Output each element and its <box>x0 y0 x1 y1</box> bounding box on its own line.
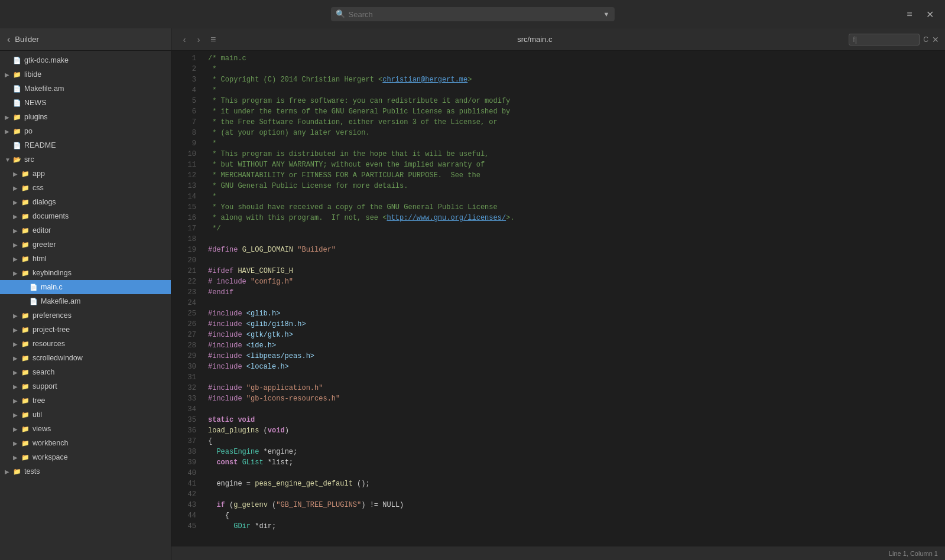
arrow-icon: ▶ <box>13 327 21 333</box>
tree-item-label: workbench <box>33 439 68 447</box>
tree-item-label: greeter <box>33 240 56 249</box>
arrow-icon: ▶ <box>5 114 13 121</box>
tree-item-label: css <box>33 184 44 192</box>
folder-icon: 📁 <box>13 113 21 121</box>
arrow-icon: ▶ <box>13 383 21 390</box>
tree-item-label: keybindings <box>33 269 72 277</box>
arrow-icon: ▶ <box>13 426 21 432</box>
tree-item-libide[interactable]: ▶ 📁 libide <box>0 67 171 82</box>
tree-item-app[interactable]: ▶ 📁 app <box>0 167 171 181</box>
tree-item-util[interactable]: ▶ 📁 util <box>0 408 171 422</box>
tree-item-label: documents <box>33 212 69 220</box>
tree-item-preferences[interactable]: ▶ 📁 preferences <box>0 308 171 323</box>
folder-icon: 📁 <box>21 369 30 376</box>
search-dropdown-button[interactable]: ▼ <box>603 11 610 18</box>
arrow-icon: ▶ <box>13 213 21 220</box>
tree-item-workbench[interactable]: ▶ 📁 workbench <box>0 436 171 450</box>
editor-header: ‹ › ≡ src/main.c C ✕ <box>171 28 945 51</box>
arrow-icon: ▶ <box>13 412 21 418</box>
folder-icon: 📁 <box>21 227 30 235</box>
tree-item-label: main.c <box>41 283 63 291</box>
tree-item-label: project-tree <box>33 325 70 334</box>
tree-item-makefile-am-src[interactable]: 📄 Makefile.am <box>0 294 171 308</box>
editor-menu-button[interactable]: ≡ <box>210 34 216 45</box>
arrow-icon <box>5 100 13 106</box>
tree-item-label: preferences <box>33 311 72 320</box>
folder-icon: 📁 <box>21 411 30 419</box>
tree-item-label: NEWS <box>24 99 47 107</box>
close-window-button[interactable]: ✕ <box>921 6 938 22</box>
folder-icon: 📁 <box>13 468 21 476</box>
editor-back-button[interactable]: ‹ <box>177 35 191 44</box>
tree-item-keybindings[interactable]: ▶ 📁 keybindings <box>0 266 171 280</box>
hamburger-button[interactable]: ≡ <box>901 6 918 22</box>
tree-item-news[interactable]: 📄 NEWS <box>0 96 171 110</box>
tree-item-editor[interactable]: ▶ 📁 editor <box>0 223 171 237</box>
tree-item-documents[interactable]: ▶ 📁 documents <box>0 209 171 223</box>
tree-item-label: search <box>33 368 55 376</box>
arrow-icon: ▶ <box>13 185 21 191</box>
tree-item-label: util <box>33 411 42 419</box>
tree-item-html[interactable]: ▶ 📁 html <box>0 252 171 266</box>
tree-item-greeter[interactable]: ▶ 📁 greeter <box>0 237 171 252</box>
arrow-icon <box>21 298 30 305</box>
arrow-icon: ▶ <box>13 227 21 234</box>
tree-item-tests[interactable]: ▶ 📁 tests <box>0 464 171 478</box>
status-bar: Line 1, Column 1 <box>171 546 945 560</box>
global-search-bar[interactable]: 🔍 ▼ <box>331 7 615 21</box>
file-icon: 📄 <box>13 57 21 64</box>
folder-icon: 📁 <box>21 439 30 447</box>
tree-item-search[interactable]: ▶ 📁 search <box>0 365 171 379</box>
global-search-input[interactable] <box>349 10 603 19</box>
main-layout: ‹ Builder 📄 gtk-doc.make ▶ 📁 libide 📄 Ma… <box>0 28 945 560</box>
arrow-icon: ▶ <box>13 312 21 319</box>
tree-item-label: tree <box>33 396 46 405</box>
tree-item-css[interactable]: ▶ 📁 css <box>0 181 171 195</box>
tree-item-makefile-am[interactable]: 📄 Makefile.am <box>0 82 171 96</box>
arrow-icon <box>5 86 13 92</box>
tree-item-label: po <box>24 127 33 135</box>
tree-item-project-tree[interactable]: ▶ 📁 project-tree <box>0 323 171 337</box>
code-content[interactable]: /* main.c * * Copyright (C) 2014 Christi… <box>201 51 945 546</box>
search-icon: 🔍 <box>336 9 345 19</box>
arrow-icon: ▶ <box>13 242 21 248</box>
titlebar: 🔍 ▼ ≡ ✕ <box>0 0 945 28</box>
folder-icon: 📁 <box>21 255 30 263</box>
tree-item-scrolledwindow[interactable]: ▶ 📁 scrolledwindow <box>0 351 171 365</box>
tree-item-main-c[interactable]: 📄 main.c <box>0 280 171 294</box>
editor-search-input[interactable] <box>849 34 920 45</box>
tree-item-resources[interactable]: ▶ 📁 resources <box>0 337 171 351</box>
tree-item-support[interactable]: ▶ 📁 support <box>0 379 171 393</box>
sidebar-header: ‹ Builder <box>0 28 171 51</box>
arrow-icon: ▶ <box>13 355 21 362</box>
tree-item-label: html <box>33 255 47 263</box>
tree-item-views[interactable]: ▶ 📁 views <box>0 422 171 436</box>
arrow-icon: ▶ <box>13 270 21 276</box>
tree-item-label: libide <box>24 70 41 79</box>
tree-item-dialogs[interactable]: ▶ 📁 dialogs <box>0 195 171 209</box>
arrow-icon: ▶ <box>13 256 21 262</box>
editor-forward-button[interactable]: › <box>191 35 206 44</box>
folder-icon: 📁 <box>21 184 30 192</box>
arrow-icon: ▶ <box>13 341 21 347</box>
tree-item-readme[interactable]: 📄 README <box>0 138 171 152</box>
tree-item-gtk-doc-make[interactable]: 📄 gtk-doc.make <box>0 53 171 67</box>
editor-area: ‹ › ≡ src/main.c C ✕ 1 2 3 4 5 6 7 8 9 1… <box>171 28 945 560</box>
tree-item-src[interactable]: ▼ 📂 src <box>0 152 171 167</box>
folder-icon: 📁 <box>21 170 30 178</box>
tree-item-workspace[interactable]: ▶ 📁 workspace <box>0 450 171 464</box>
tree-item-label: README <box>24 141 56 149</box>
tree-item-label: Makefile.am <box>24 84 64 93</box>
tree-item-tree[interactable]: ▶ 📁 tree <box>0 393 171 408</box>
editor-search-close-button[interactable]: ✕ <box>932 35 939 44</box>
folder-icon: 📁 <box>21 198 30 206</box>
sidebar-back-button[interactable]: ‹ <box>7 34 10 45</box>
tree-item-po[interactable]: ▶ 📁 po <box>0 124 171 138</box>
window-controls: ≡ ✕ <box>901 6 938 22</box>
tree-item-label: editor <box>33 226 51 235</box>
sidebar-file-tree[interactable]: 📄 gtk-doc.make ▶ 📁 libide 📄 Makefile.am … <box>0 51 171 560</box>
arrow-icon: ▶ <box>13 440 21 447</box>
tree-item-plugins[interactable]: ▶ 📁 plugins <box>0 110 171 124</box>
tree-item-label: support <box>33 382 57 390</box>
tree-item-label: dialogs <box>33 198 56 206</box>
